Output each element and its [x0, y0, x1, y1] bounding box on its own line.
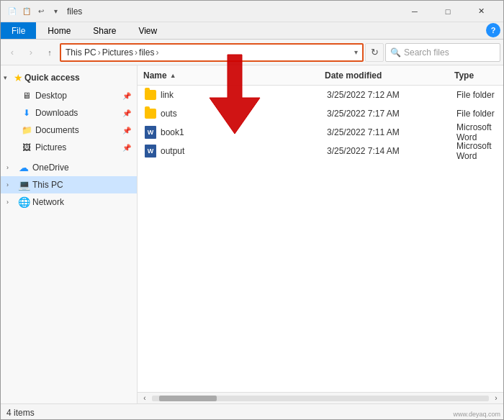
- word-icon: W: [143, 144, 158, 158]
- tab-share[interactable]: Share: [82, 22, 127, 39]
- network-expand-icon: ›: [6, 198, 15, 206]
- file-type: Microsoft Word: [456, 122, 503, 142]
- file-type: File folder: [456, 109, 503, 119]
- column-type[interactable]: Type: [454, 70, 503, 81]
- search-box[interactable]: 🔍 Search files: [385, 43, 500, 62]
- forward-button[interactable]: ›: [22, 44, 40, 61]
- window-title: files: [67, 6, 398, 17]
- copy-icon: 📋: [21, 6, 32, 17]
- pin-icon-2: 📌: [122, 109, 131, 117]
- sidebar-item-thispc[interactable]: › 💻 This PC: [1, 176, 137, 193]
- sidebar-item-pictures[interactable]: 🖼 Pictures 📌: [1, 139, 137, 156]
- address-chevron-icon: ▾: [354, 48, 358, 56]
- pin-icon-3: 📌: [122, 127, 131, 134]
- table-row[interactable]: W book1 3/25/2022 7:11 AM Microsoft Word: [138, 123, 503, 142]
- onedrive-icon: ☁: [18, 162, 30, 173]
- pictures-icon: 🖼: [21, 142, 32, 153]
- downloads-icon: ⬇: [21, 107, 32, 119]
- file-date: 3/25/2022 7:14 AM: [327, 146, 456, 156]
- file-date: 3/25/2022 7:17 AM: [327, 109, 456, 119]
- search-placeholder: Search files: [404, 47, 449, 58]
- address-bar[interactable]: This PC › Pictures › files › ▾: [60, 43, 364, 62]
- file-name: link: [158, 90, 327, 100]
- pin-icon: 📌: [122, 92, 131, 100]
- main-area: ▾ ★ Quick access 🖥 Desktop 📌 ⬇ Downloads…: [1, 65, 503, 403]
- quick-access-label: Quick access: [24, 73, 80, 83]
- up-button[interactable]: ↑: [41, 44, 58, 61]
- folder-icon: [143, 106, 158, 121]
- documents-icon: 📁: [21, 124, 32, 136]
- file-name: output: [158, 146, 327, 156]
- sidebar-item-onedrive[interactable]: › ☁ OneDrive: [1, 159, 137, 176]
- file-type: Microsoft Word: [456, 141, 503, 161]
- sort-arrow-icon: ▲: [170, 72, 176, 79]
- pin-icon-4: 📌: [122, 144, 131, 152]
- file-type: File folder: [456, 90, 503, 100]
- file-list: link 3/25/2022 7:12 AM File folder outs …: [138, 86, 503, 392]
- back-button[interactable]: ‹: [4, 44, 21, 61]
- file-date: 3/25/2022 7:12 AM: [327, 90, 456, 100]
- folder-icon: [143, 88, 158, 102]
- window-controls: ─ □ ✕: [398, 1, 498, 22]
- desktop-icon: 🖥: [21, 90, 32, 101]
- network-icon: 🌐: [18, 196, 30, 208]
- maximize-button[interactable]: □: [431, 1, 464, 22]
- refresh-button[interactable]: ↻: [365, 43, 384, 62]
- file-name: outs: [158, 109, 327, 119]
- column-date-modified[interactable]: Date modified: [325, 70, 454, 81]
- file-name: book1: [158, 127, 327, 137]
- doc-icon: 📄: [6, 6, 18, 17]
- thispc-expand-icon: ›: [6, 181, 15, 188]
- tab-view[interactable]: View: [127, 22, 168, 39]
- file-date: 3/25/2022 7:11 AM: [327, 127, 456, 137]
- horizontal-scrollbar[interactable]: ‹ ›: [138, 392, 503, 403]
- item-count: 4 items: [6, 408, 35, 418]
- tab-home[interactable]: Home: [37, 22, 81, 39]
- help-button[interactable]: ?: [486, 23, 500, 37]
- title-bar-icons: 📄 📋 ↩ ▾: [6, 6, 61, 17]
- star-icon: ★: [14, 72, 23, 83]
- sidebar-item-downloads[interactable]: ⬇ Downloads 📌: [1, 104, 137, 122]
- quick-access-header[interactable]: ▾ ★ Quick access: [1, 68, 137, 87]
- sidebar-item-documents[interactable]: 📁 Documents 📌: [1, 122, 137, 139]
- ribbon-tabs: File Home Share View ?: [1, 22, 503, 40]
- minimize-button[interactable]: ─: [398, 1, 431, 22]
- sidebar-item-desktop[interactable]: 🖥 Desktop 📌: [1, 87, 137, 104]
- quick-access-expand-icon: ▾: [4, 74, 12, 81]
- address-files: files: [139, 47, 154, 58]
- undo-icon: ↩: [35, 6, 47, 17]
- scroll-left-button[interactable]: ‹: [139, 393, 150, 404]
- close-button[interactable]: ✕: [464, 1, 498, 22]
- search-icon: 🔍: [390, 47, 401, 58]
- status-bar: 4 items: [1, 403, 503, 420]
- address-pictures: Pictures: [102, 47, 133, 58]
- dropdown-icon[interactable]: ▾: [50, 6, 61, 17]
- scroll-thumb[interactable]: [159, 396, 217, 401]
- file-area: Name ▲ Date modified Type link 3/25/2022…: [138, 65, 503, 403]
- onedrive-expand-icon: ›: [6, 164, 15, 171]
- table-row[interactable]: outs 3/25/2022 7:17 AM File folder: [138, 104, 503, 123]
- table-row[interactable]: link 3/25/2022 7:12 AM File folder: [138, 86, 503, 104]
- sidebar: ▾ ★ Quick access 🖥 Desktop 📌 ⬇ Downloads…: [1, 65, 138, 403]
- sidebar-item-network[interactable]: › 🌐 Network: [1, 193, 137, 211]
- file-column-headers: Name ▲ Date modified Type: [138, 65, 503, 86]
- watermark: www.deyaq.com: [453, 411, 500, 418]
- thispc-icon: 💻: [18, 179, 30, 191]
- scroll-track: [152, 396, 489, 401]
- nav-bar: ‹ › ↑ This PC › Pictures › files › ▾ ↻ 🔍…: [1, 40, 503, 65]
- column-name[interactable]: Name ▲: [138, 70, 325, 81]
- title-bar: 📄 📋 ↩ ▾ files ─ □ ✕: [1, 1, 503, 22]
- word-icon: W: [143, 125, 158, 140]
- scroll-right-button[interactable]: ›: [490, 393, 502, 404]
- address-thispc: This PC: [66, 47, 96, 58]
- table-row[interactable]: W output 3/25/2022 7:14 AM Microsoft Wor…: [138, 142, 503, 160]
- tab-file[interactable]: File: [1, 22, 36, 39]
